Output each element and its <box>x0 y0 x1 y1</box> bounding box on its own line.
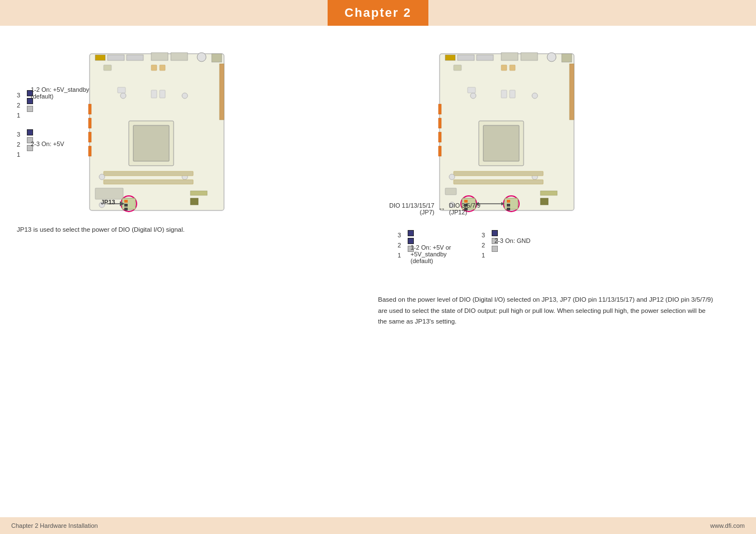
svg-rect-3 <box>127 55 143 60</box>
svg-rect-48 <box>483 125 519 161</box>
svg-rect-77 <box>510 65 515 71</box>
svg-rect-28 <box>124 204 128 207</box>
jp13-label: JP13 <box>101 199 115 205</box>
right-left-default: (default) <box>410 257 451 264</box>
svg-rect-43 <box>521 53 538 60</box>
left-lower-pin-1: 1 <box>17 149 20 160</box>
dio-right-text-block: DIO 3/5/7/9 (JP12) <box>449 202 480 216</box>
svg-rect-39 <box>445 55 455 60</box>
svg-point-49 <box>470 93 476 99</box>
dio-right-label: DIO 3/5/7/9 <box>449 202 480 209</box>
right-left-pin-labels: 1-2 On: +5V or +5V_standby (default) <box>410 244 451 264</box>
right-left-12on2: +5V_standby <box>410 251 451 257</box>
svg-rect-32 <box>190 191 207 195</box>
right-description: Based on the power level of DIO (Digital… <box>378 294 750 327</box>
svg-rect-15 <box>118 87 125 93</box>
footer-left-text: Chapter 2 Hardware Installation <box>11 522 98 529</box>
svg-rect-41 <box>477 55 493 60</box>
svg-rect-40 <box>458 55 474 60</box>
left-label-12on: 1-2 On: +5V_standby (default) <box>31 86 89 100</box>
label-23on-text: 2-3 On: +5V <box>31 140 64 147</box>
label-12on-text: 1-2 On: +5V_standby <box>31 86 89 93</box>
svg-rect-18 <box>88 104 91 114</box>
left-description: JP13 is used to select the power of DIO … <box>17 224 372 236</box>
svg-rect-26 <box>122 198 136 209</box>
svg-rect-72 <box>540 191 557 195</box>
svg-point-34 <box>99 174 105 180</box>
svg-rect-23 <box>104 171 193 176</box>
label-default-text: (default) <box>31 93 89 100</box>
svg-rect-10 <box>133 125 169 161</box>
right-panel: DIO 11/13/15/17 (JP7) ↔ DIO 3/5/7/9 (JP1… <box>378 26 756 517</box>
svg-rect-56 <box>438 146 441 156</box>
bidirectional-arrow-right: ↔ <box>438 204 446 213</box>
svg-rect-46 <box>570 64 574 120</box>
svg-point-12 <box>182 93 188 99</box>
svg-rect-29 <box>124 208 128 210</box>
svg-rect-68 <box>507 208 510 210</box>
svg-rect-67 <box>507 204 510 207</box>
r-left-pin-3: 3 <box>398 230 401 240</box>
left-lower-pin-group: 3 2 1 <box>17 129 20 160</box>
svg-rect-17 <box>160 90 165 98</box>
dio-left-label: DIO 11/13/15/17 <box>389 202 435 209</box>
svg-point-44 <box>547 53 556 62</box>
svg-point-6 <box>197 53 206 62</box>
jp12-label: (JP12) <box>449 209 480 216</box>
main-content: JP13 3 2 1 1-2 On: +5V_standby (default)… <box>0 26 756 517</box>
header-right-band <box>428 0 756 26</box>
svg-rect-16 <box>151 90 157 98</box>
r-right-pin-3: 3 <box>482 230 485 240</box>
left-lower-pin-2: 2 <box>17 139 20 149</box>
svg-rect-19 <box>88 118 91 128</box>
footer-right-text: www.dfi.com <box>710 522 745 529</box>
r-right-pin-2: 2 <box>482 240 485 250</box>
jp7-label: (JP7) <box>389 209 435 216</box>
svg-rect-22 <box>95 188 123 199</box>
svg-rect-24 <box>104 180 193 184</box>
dio-left-text-block: DIO 11/13/15/17 (JP7) <box>389 202 435 216</box>
left-panel: JP13 3 2 1 1-2 On: +5V_standby (default)… <box>0 26 378 517</box>
r-left-pin-1: 1 <box>398 250 401 260</box>
svg-rect-35 <box>104 65 111 71</box>
svg-rect-1 <box>95 55 105 60</box>
left-lower-pin-3: 3 <box>17 129 20 139</box>
svg-rect-5 <box>171 53 188 60</box>
svg-rect-2 <box>108 55 124 60</box>
header-chapter-badge: Chapter 2 <box>328 0 428 26</box>
svg-rect-45 <box>562 54 572 62</box>
left-upper-pin-group: 3 2 1 <box>17 90 20 120</box>
chapter-label: Chapter 2 <box>344 6 411 20</box>
svg-rect-65 <box>505 198 518 209</box>
left-pin-3: 3 <box>17 90 20 100</box>
svg-rect-54 <box>438 118 441 128</box>
svg-point-50 <box>532 93 538 99</box>
right-desc-text: Based on the power level of DIO (Digital… <box>378 294 714 327</box>
page-footer: Chapter 2 Hardware Installation www.dfi.… <box>0 517 756 534</box>
svg-rect-75 <box>454 65 461 71</box>
right-left-12on: 1-2 On: +5V or <box>410 244 451 251</box>
svg-rect-20 <box>88 132 91 142</box>
left-label-23on: 2-3 On: +5V <box>31 140 64 147</box>
svg-rect-7 <box>212 54 222 62</box>
svg-rect-33 <box>190 198 198 205</box>
svg-point-11 <box>120 93 126 99</box>
page-header: Chapter 2 <box>0 0 756 26</box>
dio-left-label-group: DIO 11/13/15/17 (JP7) ↔ DIO 3/5/7/9 (JP1… <box>389 202 480 216</box>
svg-rect-73 <box>540 198 548 205</box>
svg-rect-36 <box>151 65 157 71</box>
svg-rect-8 <box>220 64 224 120</box>
r-right-pin-1: 1 <box>482 250 485 260</box>
svg-rect-80 <box>510 90 515 98</box>
right-23on-label: 2-3 On: GND <box>494 237 530 244</box>
svg-rect-57 <box>454 171 543 176</box>
r-left-pin-2: 2 <box>398 240 401 250</box>
svg-rect-66 <box>507 200 510 203</box>
left-motherboard-diagram <box>73 48 230 222</box>
svg-rect-55 <box>438 132 441 142</box>
svg-rect-53 <box>438 104 441 114</box>
svg-rect-4 <box>151 53 168 60</box>
header-left-band <box>0 0 328 26</box>
left-pin-2: 2 <box>17 100 20 110</box>
right-motherboard-diagram <box>423 48 580 222</box>
